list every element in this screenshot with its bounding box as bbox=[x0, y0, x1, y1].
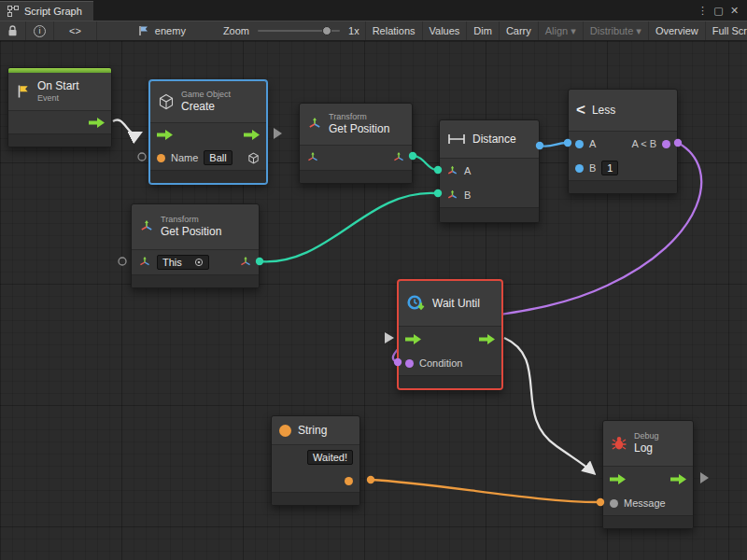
distribute-dropdown[interactable]: Distribute ▾ bbox=[583, 21, 648, 40]
node-category: Event bbox=[37, 93, 79, 104]
graph-breadcrumb[interactable]: enemy bbox=[133, 21, 191, 40]
title-bar: Script Graph ⋮ ▢ ✕ bbox=[0, 0, 747, 21]
less-output-port[interactable] bbox=[662, 140, 670, 148]
port-label-b: B bbox=[589, 162, 596, 174]
lock-icon bbox=[7, 25, 18, 37]
less-b-input-port[interactable] bbox=[575, 164, 584, 173]
node-title: Wait Until bbox=[432, 297, 480, 310]
node-string-literal[interactable]: String Waited! bbox=[271, 415, 360, 506]
zoom-value: 1x bbox=[348, 25, 359, 36]
less-icon: < bbox=[576, 101, 585, 119]
transform-icon bbox=[307, 117, 322, 132]
align-dropdown[interactable]: Align ▾ bbox=[538, 21, 583, 40]
port-label-a: A bbox=[589, 138, 596, 149]
result-label: A < B bbox=[631, 138, 656, 149]
string-output-port[interactable] bbox=[345, 477, 353, 485]
node-debug-log[interactable]: Debug Log Message bbox=[602, 420, 694, 529]
node-title: On Start bbox=[37, 79, 79, 92]
flow-output-port[interactable] bbox=[479, 334, 495, 344]
node-distance[interactable]: Distance A B bbox=[439, 119, 540, 223]
node-category: Transform bbox=[329, 112, 389, 122]
message-input-port[interactable] bbox=[610, 499, 618, 508]
node-footer bbox=[399, 375, 501, 388]
node-title: String bbox=[298, 424, 327, 437]
object-picker-icon[interactable] bbox=[194, 258, 204, 267]
string-icon bbox=[279, 425, 291, 437]
window-menu-button[interactable]: ⋮ bbox=[695, 0, 711, 21]
node-less[interactable]: < Less A A < B B 1 bbox=[568, 89, 678, 194]
zoom-slider-knob[interactable] bbox=[322, 26, 331, 35]
node-title: Get Position bbox=[161, 225, 221, 238]
relations-button[interactable]: Relations bbox=[365, 21, 422, 40]
node-on-start-event[interactable]: On Start Event bbox=[7, 67, 112, 147]
target-value: This bbox=[162, 257, 182, 268]
window-tab[interactable]: Script Graph bbox=[0, 1, 93, 21]
info-button[interactable]: i bbox=[26, 21, 54, 40]
node-footer bbox=[569, 180, 677, 193]
lock-button[interactable] bbox=[0, 21, 26, 40]
flow-output-port[interactable] bbox=[89, 118, 105, 128]
flow-output-port[interactable] bbox=[670, 474, 686, 484]
overview-button[interactable]: Overview bbox=[648, 21, 705, 40]
port-label-b: B bbox=[464, 189, 471, 201]
window-close-button[interactable]: ✕ bbox=[726, 0, 742, 21]
node-footer bbox=[300, 170, 412, 183]
window-maximize-button[interactable]: ▢ bbox=[711, 0, 726, 21]
code-preview-button[interactable]: <> bbox=[54, 21, 97, 40]
name-field[interactable]: Ball bbox=[204, 150, 232, 165]
zoom-label: Zoom bbox=[223, 25, 249, 36]
position-output-port[interactable] bbox=[239, 256, 252, 269]
target-field[interactable]: This bbox=[157, 255, 209, 270]
node-category: Transform bbox=[161, 215, 221, 225]
node-footer bbox=[150, 170, 266, 183]
fullscreen-button[interactable]: Full Screen bbox=[705, 21, 747, 40]
code-icon: <> bbox=[69, 25, 81, 36]
game-object-output-icon[interactable] bbox=[247, 152, 260, 164]
values-button[interactable]: Values bbox=[422, 21, 467, 40]
script-graph-window: Script Graph ⋮ ▢ ✕ i <> enemy Zoom bbox=[0, 0, 747, 560]
script-graph-asset-icon bbox=[138, 25, 150, 36]
node-footer bbox=[8, 133, 111, 147]
flow-input-port[interactable] bbox=[157, 130, 173, 140]
node-footer bbox=[603, 515, 693, 528]
info-icon: i bbox=[34, 25, 46, 37]
port-label-a: A bbox=[464, 165, 471, 176]
node-footer bbox=[440, 207, 539, 222]
node-get-position-2[interactable]: Transform Get Position This bbox=[131, 203, 260, 288]
node-get-position-1[interactable]: Transform Get Position bbox=[299, 103, 413, 184]
condition-input-port[interactable] bbox=[405, 359, 414, 368]
node-title: Get Position bbox=[329, 122, 389, 135]
vector-icon bbox=[446, 189, 458, 202]
node-footer bbox=[272, 492, 359, 505]
position-output-port[interactable] bbox=[392, 151, 405, 164]
transform-input-port[interactable] bbox=[306, 151, 319, 164]
port-label-message: Message bbox=[624, 497, 666, 509]
dim-button[interactable]: Dim bbox=[466, 21, 499, 40]
less-a-input-port[interactable] bbox=[575, 140, 584, 148]
flow-input-port[interactable] bbox=[405, 334, 421, 344]
node-wait-until[interactable]: Wait Until Condition bbox=[397, 279, 503, 390]
game-object-icon bbox=[158, 93, 175, 110]
node-title: Distance bbox=[472, 133, 516, 146]
flow-input-port[interactable] bbox=[610, 474, 626, 484]
bug-icon bbox=[611, 436, 627, 451]
b-value-field[interactable]: 1 bbox=[601, 161, 618, 175]
transform-icon bbox=[139, 219, 154, 234]
transform-input-port[interactable] bbox=[138, 256, 151, 269]
graph-grid-icon bbox=[7, 6, 19, 17]
carry-button[interactable]: Carry bbox=[499, 21, 538, 40]
port-label-name: Name bbox=[171, 152, 198, 163]
node-footer bbox=[132, 274, 259, 287]
port-label-condition: Condition bbox=[419, 357, 462, 369]
node-category: Debug bbox=[634, 431, 659, 441]
node-title: Create bbox=[181, 100, 231, 113]
node-gameobject-create[interactable]: Game Object Create Name Ball bbox=[149, 80, 267, 184]
distance-icon bbox=[447, 133, 466, 145]
node-category: Game Object bbox=[181, 90, 231, 100]
node-title: Log bbox=[634, 441, 659, 455]
flow-output-port[interactable] bbox=[244, 130, 260, 140]
string-value-field[interactable]: Waited! bbox=[307, 450, 353, 465]
name-input-port[interactable] bbox=[157, 154, 165, 162]
zoom-slider[interactable] bbox=[258, 30, 340, 32]
graph-name-label: enemy bbox=[155, 25, 186, 36]
